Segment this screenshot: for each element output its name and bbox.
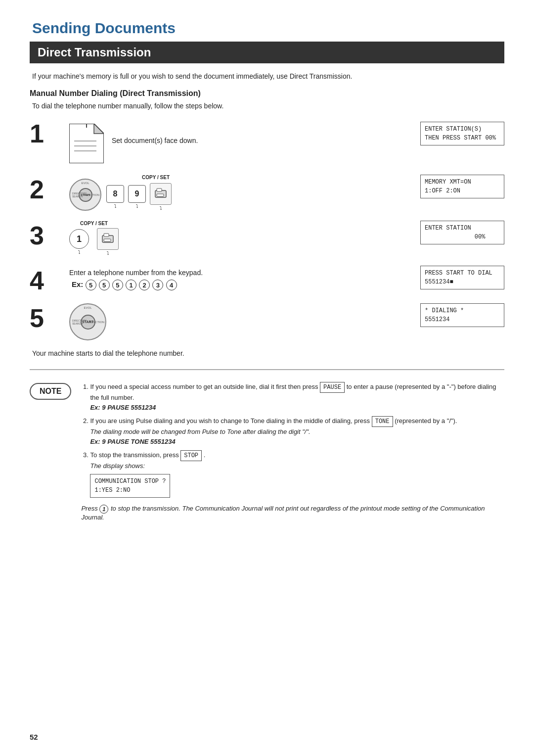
note-2-tone-btn: TONE (372, 416, 393, 427)
step-5-dial-function: FUNCTION (89, 321, 104, 324)
press-label: Press (81, 505, 97, 512)
step-1-row: 1 Set document(s) f (30, 119, 504, 165)
note-1-pause-btn: PAUSE (320, 382, 345, 393)
step-4-text: Enter a telephone number from the keypad… (69, 266, 203, 277)
step-2-key-8-finger: ⤵ (114, 204, 117, 209)
step-1-lcd: ENTER STATION(S) THEN PRESS START 00% (420, 122, 504, 145)
step-5-dial-evol: EVOL (84, 306, 91, 309)
step-5-content: START EVOL DIRECTORYSEARCH FUNCTION * DI… (69, 303, 504, 340)
section-divider (30, 369, 504, 370)
step-4-digit-5c: 5 (112, 280, 123, 290)
step-1-content: Set document(s) face down. ENTER STATION… (69, 119, 504, 165)
step-5-machine-dial[interactable]: START EVOL DIRECTORYSEARCH FUNCTION (69, 303, 106, 340)
step-2-row: 2 START EVOL DIRECTORYSEARCH FUNCTION (30, 175, 504, 211)
dial-label-function: FUNCTION (84, 193, 99, 196)
step-5-lcd-box: * DIALING * 5551234 (420, 303, 504, 327)
step-2-key-9[interactable]: 9 (128, 185, 146, 203)
press-text: to stop the transmission. The Communicat… (81, 505, 485, 521)
step-4-digit-1: 1 (126, 280, 136, 290)
step-2-key-8-wrap: 8 ⤵ (106, 185, 124, 209)
step-4-digit-2: 2 (139, 280, 150, 290)
step-4-ex-label: Ex: (72, 280, 83, 288)
step-2-num: 2 (30, 175, 59, 202)
step-4-digit-3: 3 (152, 280, 163, 290)
note-3-text-period: . (204, 451, 206, 459)
step-2-fax-icon (150, 183, 172, 205)
page: Sending Documents Direct Transmission If… (0, 0, 534, 756)
step-5-row: 5 START EVOL DIRECTORYSEARCH FUNCTION * … (30, 303, 504, 340)
step-3-fax-icon (97, 228, 119, 250)
note-item-2: If you are using Pulse dialing and you w… (90, 416, 504, 446)
note-3-stop-btn: STOP (180, 450, 202, 461)
step-2-lcd: MEMORY XMT=ON 1:OFF 2:ON (420, 175, 504, 198)
step-3-lcd: ENTER STATION 00% (420, 221, 504, 244)
svg-rect-9 (104, 234, 109, 236)
step-2-fax-icon-wrap: ⤵ (150, 183, 172, 211)
step-2-key-9-wrap: 9 ⤵ (128, 185, 146, 209)
step-4-digit-5b: 5 (99, 280, 110, 290)
step-4-lcd: PRESS START TO DIAL 5551234■ (420, 266, 504, 289)
section-header: Direct Transmission (30, 42, 504, 63)
step-3-keypad-area: COPY / SET 1 ⤵ (69, 221, 119, 256)
note-3-text-before: To stop the transmission, press (90, 451, 180, 459)
step-3-row: 3 COPY / SET 1 ⤵ (30, 221, 504, 256)
step-1-doc-icon (69, 122, 104, 165)
step-2-keys-row: 8 ⤵ 9 ⤵ (106, 183, 172, 211)
step-2-key-8[interactable]: 8 (106, 185, 124, 203)
page-title: Sending Documents (30, 20, 504, 37)
step-3-lcd-box: ENTER STATION 00% (420, 221, 504, 244)
note-2-text-before: If you are using Pulse dialing and you w… (90, 417, 371, 425)
subsection-intro: To dial the telephone number manually, f… (30, 102, 504, 110)
step-4-content: Enter a telephone number from the keypad… (69, 266, 504, 290)
step-4-digit-5a: 5 (86, 280, 96, 290)
step-4-num: 4 (30, 266, 59, 293)
press-note-paragraph: Press 1 to stop the transmission. The Co… (81, 505, 504, 521)
step-1-lcd-box: ENTER STATION(S) THEN PRESS START 00% (420, 122, 504, 145)
dial-label-evol: EVOL (81, 182, 89, 185)
note-item-3: To stop the transmission, press STOP . T… (90, 450, 504, 501)
intro-text: If your machine's memory is full or you … (30, 72, 504, 80)
step-2-fax-finger: ⤵ (160, 206, 162, 211)
note-2-italic: The dialing mode will be changed from Pu… (90, 428, 310, 435)
note-2-text-after: (represented by a "/"). (395, 417, 457, 425)
note-2-example: Ex: 9 PAUSE TONE 5551234 (90, 438, 175, 445)
svg-rect-6 (157, 189, 162, 191)
note-1-example: Ex: 9 PAUSE 5551234 (90, 404, 156, 411)
step-3-key-1-finger: ⤵ (78, 250, 81, 255)
step-4-lcd-box: PRESS START TO DIAL 5551234■ (420, 266, 504, 289)
step-3-fax-finger: ⤵ (107, 251, 109, 256)
page-number: 52 (30, 733, 38, 741)
note-item-1: If you need a special access number to g… (90, 382, 504, 412)
step-2-keys-group: COPY / SET 8 ⤵ 9 ⤵ (106, 175, 172, 211)
step-3-keys-row: 1 ⤵ ⤵ (69, 228, 119, 256)
step-1-text: Set document(s) face down. (112, 122, 198, 144)
step-5-num: 5 (30, 303, 59, 331)
step-2-copy-set: COPY / SET (106, 175, 172, 180)
step-3-copy-set: COPY / SET (69, 221, 119, 226)
step-4-digit-4: 4 (166, 280, 177, 290)
step-3-content: COPY / SET 1 ⤵ (69, 221, 504, 256)
summary-text: Your machine starts to dial the telephon… (30, 349, 504, 357)
note-badge: NOTE (30, 383, 71, 400)
note-section: NOTE If you need a special access number… (30, 382, 504, 521)
note-3-italic: The display shows: (90, 462, 145, 470)
note-1-text-before: If you need a special access number to g… (90, 383, 320, 390)
svg-rect-7 (157, 194, 164, 196)
svg-rect-10 (104, 239, 111, 241)
step-3-num: 3 (30, 221, 59, 248)
step-2-keypad-area: START EVOL DIRECTORYSEARCH FUNCTION COPY… (69, 175, 172, 211)
comm-stop-box: COMMUNICATION STOP ? 1:YES 2:NO (90, 474, 170, 498)
step-3-key-1-wrap: 1 ⤵ (69, 229, 89, 255)
steps-area: 1 Set document(s) f (30, 119, 504, 340)
note-content: If you need a special access number to g… (81, 382, 504, 521)
step-3-fax-icon-wrap: ⤵ (97, 228, 119, 256)
step-4-text-area: Enter a telephone number from the keypad… (69, 266, 203, 290)
subsection-title: Manual Number Dialing (Direct Transmissi… (30, 89, 504, 98)
step-1-num: 1 (30, 119, 59, 146)
press-circle-1: 1 (99, 505, 108, 514)
step-5-dial-directory: DIRECTORYSEARCH (72, 319, 87, 325)
step-3-key-1[interactable]: 1 (69, 229, 89, 249)
step-4-row: 4 Enter a telephone number from the keyp… (30, 266, 504, 293)
step-2-key-9-finger: ⤵ (136, 204, 138, 209)
step-5-lcd: * DIALING * 5551234 (420, 303, 504, 327)
